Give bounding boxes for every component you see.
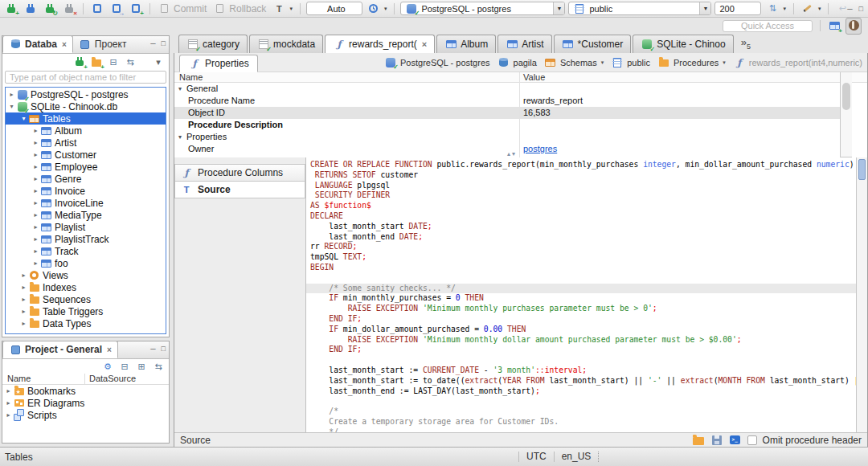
tree-item-mediatype[interactable]: ▸MediaType — [6, 209, 166, 221]
scrollbar-thumb[interactable] — [858, 159, 866, 180]
editor-tab-rewards-report[interactable]: ƒrewards_report(× — [325, 35, 435, 53]
sash-collapse-icons[interactable]: ▴▾ — [507, 150, 517, 157]
expand-all-icon[interactable]: ⊞ — [135, 361, 148, 373]
properties-scrollbar[interactable] — [840, 72, 852, 157]
link-editor-icon[interactable]: ⇆ — [124, 56, 137, 68]
expander-icon[interactable]: ▸ — [31, 223, 40, 231]
scrollbar-thumb[interactable] — [842, 83, 850, 110]
link-editor-icon[interactable]: ⇆ — [152, 361, 165, 373]
column-value[interactable]: Value — [523, 72, 545, 82]
project-item-scripts[interactable]: ▸Scripts — [2, 409, 169, 421]
tree-item-views[interactable]: ▸Views — [6, 269, 166, 281]
chevron-down-icon[interactable]: ▾ — [723, 59, 726, 66]
close-icon[interactable]: × — [422, 39, 427, 49]
expander-icon[interactable]: ▸ — [4, 411, 13, 419]
property-row-general[interactable]: ▾General — [174, 83, 840, 95]
transaction-log-button[interactable]: T▾ — [271, 2, 294, 16]
expander-icon[interactable]: ▸ — [31, 127, 40, 134]
open-sql-editor-button[interactable] — [89, 2, 105, 16]
maximize-view-icon[interactable]: □ — [162, 40, 166, 47]
editor-tab-mockdata[interactable]: mockdata — [249, 35, 323, 53]
connection-select[interactable]: PostgreSQL - postgres▼ — [400, 2, 565, 15]
chevron-down-icon[interactable]: ▼ — [553, 2, 564, 14]
expander-icon[interactable]: ▸ — [4, 399, 13, 407]
refresh-results-button[interactable]: ⇅▾ — [764, 2, 788, 16]
open-perspective-icon[interactable]: + — [828, 20, 841, 32]
console-icon[interactable] — [729, 434, 742, 446]
commit-button[interactable]: Commit — [156, 2, 208, 16]
schema-select[interactable]: public▼ — [568, 2, 711, 15]
minimize-editor-icon[interactable]: ─ — [847, 5, 852, 13]
tree-item-invoice[interactable]: ▸Invoice — [6, 185, 166, 197]
column-datasource[interactable]: DataSource — [84, 374, 136, 385]
tree-item-album[interactable]: ▸Album — [6, 125, 166, 137]
tree-item-playlist[interactable]: ▸Playlist — [6, 221, 166, 233]
tree-item-artist[interactable]: ▸Artist — [6, 137, 166, 149]
breadcrumb-postgresql-postgres[interactable]: PostgreSQL - postgres — [384, 56, 489, 68]
fetch-size-input[interactable]: 200 — [714, 2, 761, 15]
new-connection-folder-icon[interactable]: + — [90, 56, 103, 68]
expander-icon[interactable]: ▸ — [31, 175, 40, 182]
tree-item-foo[interactable]: ▸foo — [6, 257, 166, 269]
tree-item-table-triggers[interactable]: ▸Table Triggers — [6, 305, 166, 317]
breadcrumb-schemas[interactable]: Schemas▾ — [544, 56, 604, 68]
tree-item-playlisttrack[interactable]: ▸PlaylistTrack — [6, 233, 166, 245]
editor-tab-category[interactable]: category — [178, 35, 248, 53]
project-item-er-diagrams[interactable]: ▸ER Diagrams — [2, 397, 169, 409]
property-row-procedure-description[interactable]: Procedure Description — [174, 119, 840, 131]
tab-source[interactable]: T Source — [174, 181, 305, 198]
rollback-button[interactable]: Rollback — [211, 2, 268, 16]
close-icon[interactable]: × — [107, 345, 112, 354]
property-value[interactable]: postgres — [523, 143, 557, 155]
tree-item-sequences[interactable]: ▸Sequences — [6, 293, 166, 305]
expander-icon[interactable]: ▸ — [31, 211, 40, 219]
expander-icon[interactable]: ▸ — [19, 272, 28, 279]
expander-icon[interactable]: ▾ — [19, 115, 28, 122]
tab-overflow-indicator[interactable]: »5 — [741, 36, 751, 51]
new-connection-button[interactable]: + — [3, 2, 19, 16]
timezone-indicator[interactable]: UTC — [526, 451, 547, 462]
breadcrumb-public[interactable]: public — [611, 56, 650, 68]
new-connection-icon[interactable]: + — [73, 56, 86, 68]
expander-icon[interactable]: ▸ — [31, 163, 40, 170]
close-icon[interactable]: × — [62, 40, 67, 49]
expander-icon[interactable]: ▾ — [7, 103, 16, 110]
dbeaver-perspective-button[interactable] — [845, 18, 862, 35]
folder-open-icon[interactable] — [692, 434, 705, 446]
tree-item-postgresql-postgres[interactable]: ▸PostgreSQL - postgres — [6, 88, 166, 100]
tab-procedure-columns[interactable]: ƒ Procedure Columns — [174, 164, 305, 182]
expander-icon[interactable]: ▸ — [31, 139, 40, 146]
editor-tab-artist[interactable]: Artist — [497, 35, 551, 53]
expander-icon[interactable]: ▸ — [19, 308, 28, 315]
expander-icon[interactable]: ▸ — [31, 151, 40, 158]
chevron-down-icon[interactable]: ▾ — [601, 59, 604, 66]
tree-item-track[interactable]: ▸Track — [6, 245, 166, 257]
editor-tab-sqlite-chinoo[interactable]: SQLite - Chinoo — [633, 35, 733, 53]
source-scrollbar[interactable] — [856, 157, 867, 432]
expander-icon[interactable]: ▾ — [178, 131, 182, 143]
minimize-view-icon[interactable]: ─ — [150, 40, 155, 47]
expander-icon[interactable]: ▾ — [178, 83, 182, 95]
connect-button[interactable] — [23, 2, 39, 16]
expander-icon[interactable]: ▸ — [4, 387, 13, 394]
column-name[interactable]: Name — [179, 72, 203, 82]
property-row-procedure-name[interactable]: Procedure Namerewards_report — [174, 95, 840, 107]
breadcrumb-pagila[interactable]: pagila — [497, 56, 537, 68]
tree-item-genre[interactable]: ▸Genre — [6, 173, 166, 185]
settings-icon[interactable]: ⚙ — [101, 361, 114, 373]
maximize-view-icon[interactable]: □ — [162, 345, 166, 353]
save-icon[interactable] — [710, 434, 723, 446]
expander-icon[interactable]: ▸ — [31, 199, 40, 206]
property-row-object-id[interactable]: Object ID16,583 — [174, 107, 840, 119]
breadcrumb-procedures[interactable]: Procedures▾ — [657, 56, 726, 68]
tab-project-general[interactable]: Project - General × — [2, 341, 118, 358]
maximize-editor-icon[interactable]: □ — [859, 5, 863, 13]
expander-icon[interactable]: ▸ — [31, 260, 40, 267]
brush-button[interactable]: ▾ — [800, 2, 823, 16]
disconnect-button[interactable]: × — [61, 2, 77, 16]
breadcrumb-rewards-report-int4-numeric[interactable]: ƒrewards_report(int4,numeric) — [733, 56, 862, 68]
view-menu-icon[interactable]: ▾ — [152, 56, 165, 68]
minimize-view-icon[interactable]: ─ — [150, 345, 155, 353]
tab-projects[interactable]: Проект — [73, 35, 133, 53]
tab-database-navigator[interactable]: Databa × — [2, 35, 73, 53]
